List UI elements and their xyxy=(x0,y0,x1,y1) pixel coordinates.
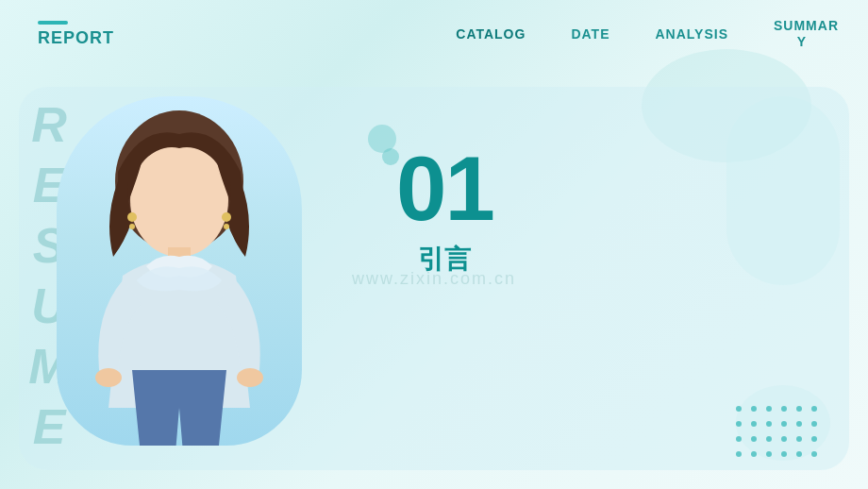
header: REPORT CATALOG DATE ANALYSIS SUMMARY xyxy=(0,0,868,68)
svg-point-4 xyxy=(237,368,263,387)
dot xyxy=(811,406,817,412)
section-subtitle: 引言 xyxy=(396,242,493,278)
dot xyxy=(811,451,817,457)
nav-catalog[interactable]: CATALOG xyxy=(456,26,526,42)
dot xyxy=(751,451,757,457)
nav-date[interactable]: DATE xyxy=(571,26,609,42)
svg-point-7 xyxy=(222,212,231,222)
dot xyxy=(811,436,817,442)
dot xyxy=(796,406,802,412)
dot xyxy=(796,436,802,442)
svg-point-3 xyxy=(95,368,122,387)
dot xyxy=(736,436,742,442)
person-silhouette xyxy=(66,106,292,446)
dot xyxy=(781,436,787,442)
number-section: 01 引言 xyxy=(396,143,493,278)
dot xyxy=(751,406,757,412)
dot xyxy=(781,406,787,412)
dot xyxy=(766,436,772,442)
svg-point-8 xyxy=(224,224,229,229)
header-nav: CATALOG DATE ANALYSIS SUMMARY xyxy=(456,18,830,50)
dot xyxy=(766,406,772,412)
photo-placeholder xyxy=(57,96,302,446)
dot xyxy=(736,451,742,457)
dot xyxy=(796,451,802,457)
svg-point-6 xyxy=(129,224,135,229)
main-content: RESUME xyxy=(0,68,868,489)
dot xyxy=(736,421,742,427)
dot xyxy=(781,451,787,457)
nav-analysis[interactable]: ANALYSIS xyxy=(655,26,728,42)
dot xyxy=(751,421,757,427)
dot xyxy=(811,421,817,427)
dot xyxy=(796,421,802,427)
dot xyxy=(781,421,787,427)
report-label: REPORT xyxy=(38,28,114,48)
svg-point-5 xyxy=(127,212,137,222)
dot xyxy=(766,421,772,427)
section-number: 01 xyxy=(396,143,493,234)
header-left: REPORT xyxy=(38,21,114,48)
svg-point-1 xyxy=(130,143,228,257)
dot xyxy=(751,436,757,442)
photo-card xyxy=(57,96,302,446)
header-bar-icon xyxy=(38,21,68,25)
dot xyxy=(766,451,772,457)
dot-grid-decoration xyxy=(736,406,821,461)
nav-summary[interactable]: SUMMARY xyxy=(774,18,830,50)
dot xyxy=(736,406,742,412)
